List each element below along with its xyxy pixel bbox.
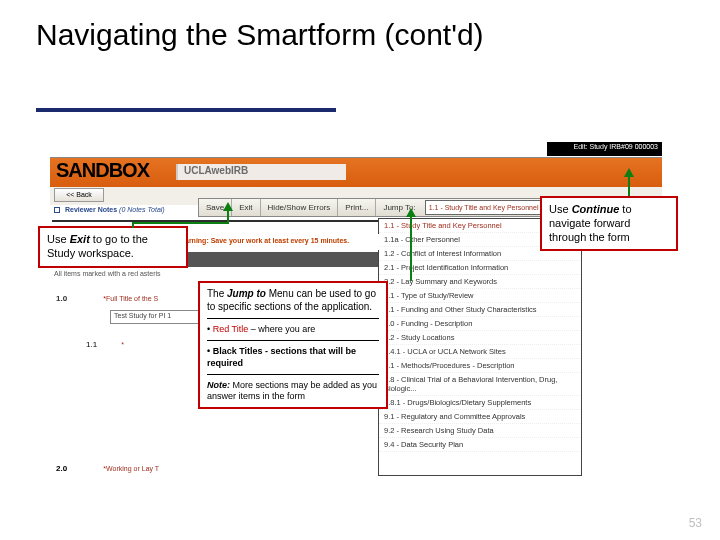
arrow-head-icon xyxy=(406,208,416,217)
edit-bar: Edit: Study IRB#09 000003 xyxy=(547,142,662,156)
back-button[interactable]: << Back xyxy=(54,188,104,202)
arrow-head-icon xyxy=(624,168,634,177)
app-name: UCLAwebIRB xyxy=(184,165,248,176)
callout-continue: Use Continue to navigate forward through… xyxy=(540,196,678,251)
jumpto-item[interactable]: 7.2 - Study Locations xyxy=(379,331,581,345)
row-1-1: 1.1 * xyxy=(86,340,124,349)
arrow-head-icon xyxy=(223,202,233,211)
hideshow-button[interactable]: Hide/Show Errors xyxy=(261,199,339,216)
arrow-line xyxy=(132,222,228,224)
title-rule xyxy=(36,108,336,112)
arrow-line xyxy=(227,210,229,224)
item-number: 1.1 xyxy=(86,340,97,349)
jumpto-item[interactable]: 3.1 - Type of Study/Review xyxy=(379,289,581,303)
arrow-line xyxy=(410,216,412,281)
jumpto-menu[interactable]: 1.1 - Study Title and Key Personnel 1.1a… xyxy=(378,218,582,476)
sandbox-logo: SANDBOX xyxy=(56,159,149,182)
exit-button[interactable]: Exit xyxy=(232,199,260,216)
jumpto-item[interactable]: 7.4.1 - UCLA or UCLA Network Sites xyxy=(379,345,581,359)
callout-exit: Use Exit to go to the Study workspace. xyxy=(38,226,188,268)
item-number: 2.0 xyxy=(56,464,67,473)
jumpto-item[interactable]: 9.1 - Regulatory and Committee Approvals xyxy=(379,410,581,424)
row-2-0: 2.0 *Working or Lay T xyxy=(56,464,159,473)
slide-title: Navigating the Smartform (cont'd) xyxy=(0,0,720,55)
reviewer-notes[interactable]: Reviewer Notes (0 Notes Total) xyxy=(54,206,165,213)
callout-jumpto: The Jump to Menu can be used to go to sp… xyxy=(198,281,388,409)
row-1-0: 1.0 *Full Title of the S xyxy=(56,294,158,303)
expand-icon xyxy=(54,207,60,213)
print-button[interactable]: Print... xyxy=(338,199,376,216)
jumpto-item[interactable]: 7.0 - Funding - Description xyxy=(379,317,581,331)
jumpto-item[interactable]: 8.1 - Methods/Procedures - Description xyxy=(379,359,581,373)
sandbox-banner: SANDBOX UCLAwebIRB xyxy=(50,157,662,187)
jumpto-item[interactable]: 8.8 - Clinical Trial of a Behavioral Int… xyxy=(379,373,581,396)
page-number: 53 xyxy=(689,516,702,530)
arrow-line xyxy=(628,176,630,196)
jumpto-item[interactable]: 9.4 - Data Security Plan xyxy=(379,438,581,452)
required-note: All items marked with a red asteris xyxy=(50,270,378,277)
item-label: *Full Title of the S xyxy=(103,295,158,302)
reviewer-notes-label: Reviewer Notes xyxy=(65,206,117,213)
item-number: 1.0 xyxy=(56,294,67,303)
jumpto-item[interactable]: 6.1 - Funding and Other Study Characteri… xyxy=(379,303,581,317)
alert-text: arning: Save your work at least every 15… xyxy=(185,237,349,244)
item-label: * xyxy=(121,341,124,348)
app-name-chip: UCLAwebIRB xyxy=(176,164,346,180)
jumpto-item[interactable]: 9.2 - Research Using Study Data xyxy=(379,424,581,438)
item-label: *Working or Lay T xyxy=(103,465,159,472)
reviewer-notes-count: (0 Notes Total) xyxy=(119,206,165,213)
jumpto-item[interactable]: 8.8.1 - Drugs/Biologics/Dietary Suppleme… xyxy=(379,396,581,410)
